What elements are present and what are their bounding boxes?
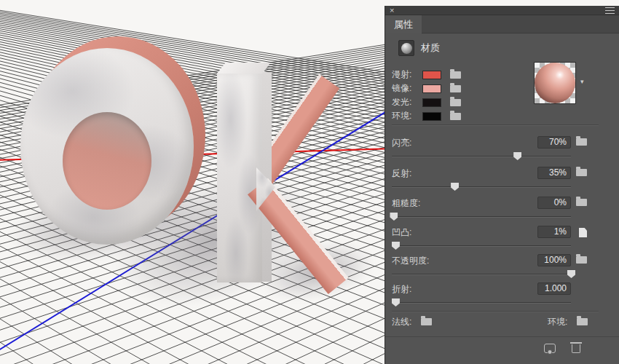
delete-trash-icon[interactable] (572, 344, 580, 353)
section-divider (392, 124, 599, 125)
slider-roughness: 粗糙度: 0% (392, 197, 587, 221)
tab-properties[interactable]: 属性 (385, 15, 422, 33)
maps-row: 法线: 环境: (392, 317, 599, 328)
channel-row-ambient: 环境: (392, 110, 461, 122)
material-section-header: 材质 (392, 40, 440, 56)
specular-color-swatch[interactable] (422, 84, 441, 93)
bump-label: 凹凸: (392, 226, 411, 239)
environment-map-folder-icon[interactable] (577, 318, 588, 325)
panel-menu-icon[interactable] (605, 7, 615, 14)
material-preset-chevron-icon[interactable]: ▾ (580, 78, 584, 85)
properties-panel: × 属性 材质 漫射: 镜像: 发光: (385, 6, 619, 364)
photoshop-3d-workspace: × 属性 材质 漫射: 镜像: 发光: (0, 0, 619, 364)
slider-opacity: 不透明度: 100% (392, 254, 587, 279)
diffuse-color-swatch[interactable] (422, 71, 441, 79)
shine-slider-thumb[interactable] (513, 152, 521, 160)
ambient-texture-folder-icon[interactable] (450, 113, 461, 120)
refraction-value-field[interactable]: 1.000 (537, 282, 571, 295)
material-preview-thumbnail[interactable] (534, 62, 576, 104)
material-ball-icon (398, 40, 414, 56)
opacity-slider-track[interactable] (392, 269, 571, 279)
roughness-value-field[interactable]: 0% (537, 197, 571, 209)
diffuse-label: 漫射: (392, 68, 422, 81)
specular-label: 镜像: (392, 82, 422, 95)
shine-slider-track[interactable] (392, 151, 571, 161)
opacity-value-field[interactable]: 100% (537, 254, 571, 266)
panel-content: 材质 漫射: 镜像: 发光: 环境: (385, 34, 619, 364)
render-icon[interactable] (544, 344, 556, 353)
panel-bottom-bar (385, 336, 619, 364)
refraction-slider-track[interactable] (392, 298, 571, 307)
illumination-texture-folder-icon[interactable] (450, 99, 461, 106)
specular-texture-folder-icon[interactable] (450, 85, 461, 92)
panel-tab-bar: 属性 (385, 15, 619, 33)
channel-row-specular: 镜像: (392, 82, 461, 95)
reflection-value-field[interactable]: 35% (537, 167, 571, 179)
section-divider (392, 311, 599, 312)
shine-texture-folder-icon[interactable] (576, 138, 587, 146)
material-preview-sphere (535, 63, 575, 103)
bump-slider-thumb[interactable] (392, 242, 400, 250)
slider-refraction: 折射: 1.000 (392, 282, 587, 307)
bump-value-field[interactable]: 1% (537, 226, 571, 238)
grid-line (0, 0, 15, 364)
panel-close-button[interactable]: × (390, 7, 394, 15)
roughness-label: 粗糙度: (392, 197, 420, 210)
opacity-texture-folder-icon[interactable] (576, 256, 587, 264)
channel-row-illumination: 发光: (392, 96, 461, 108)
ambient-color-swatch[interactable] (422, 112, 441, 121)
illumination-color-swatch[interactable] (422, 98, 441, 107)
diffuse-texture-folder-icon[interactable] (450, 71, 461, 79)
material-section-label: 材质 (421, 41, 440, 55)
environment-map-label: 环境: (548, 317, 567, 327)
channel-row-diffuse: 漫射: (392, 68, 461, 81)
refraction-label: 折射: (392, 282, 411, 296)
slider-shine: 闪亮: 70% (392, 136, 587, 161)
roughness-texture-folder-icon[interactable] (576, 199, 587, 206)
reflection-label: 反射: (392, 167, 411, 180)
shine-label: 闪亮: (392, 136, 411, 149)
slider-reflection: 反射: 35% (392, 167, 587, 191)
bump-slider-track[interactable] (392, 241, 571, 250)
normal-map-folder-icon[interactable] (421, 318, 432, 325)
reflection-texture-folder-icon[interactable] (576, 169, 587, 176)
slider-bump: 凹凸: 1% (392, 226, 587, 250)
ambient-label: 环境: (392, 110, 422, 122)
letter-k-3d (211, 58, 364, 291)
roughness-slider-track[interactable] (392, 212, 571, 221)
letter-o-inner-hole (63, 112, 151, 210)
reflection-slider-thumb[interactable] (451, 183, 459, 191)
bump-texture-file-icon[interactable] (579, 228, 587, 237)
letter-k-bar-top-face (217, 63, 271, 74)
shine-value-field[interactable]: 70% (537, 136, 571, 149)
opacity-label: 不透明度: (392, 254, 429, 267)
reflection-slider-track[interactable] (392, 182, 571, 191)
opacity-slider-thumb[interactable] (567, 270, 575, 278)
normal-map-label: 法线: (392, 317, 411, 327)
letter-o-3d (20, 38, 210, 249)
roughness-slider-thumb[interactable] (390, 213, 398, 221)
illumination-label: 发光: (392, 96, 422, 108)
letter-k-vertical-bar (217, 73, 262, 282)
refraction-slider-thumb[interactable] (392, 298, 400, 306)
panel-titlebar: × (385, 6, 619, 15)
